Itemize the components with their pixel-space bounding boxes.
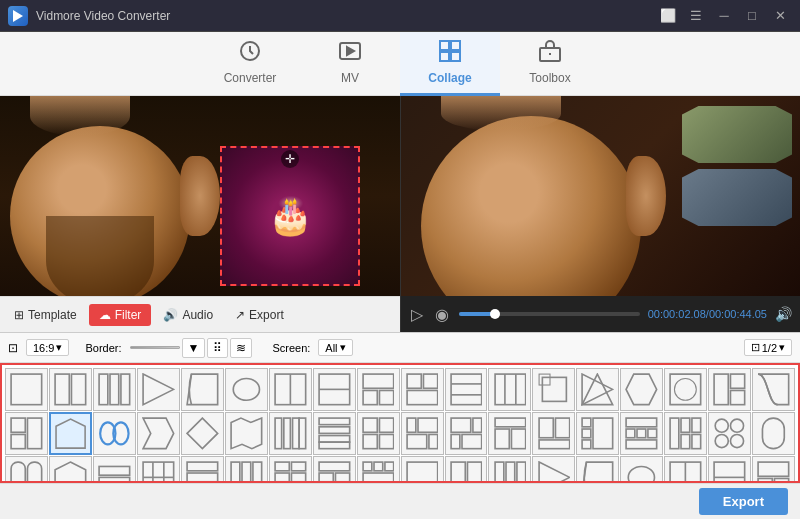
template-item[interactable] xyxy=(225,412,268,455)
template-item[interactable] xyxy=(313,368,356,411)
close-button[interactable]: ✕ xyxy=(768,6,792,26)
progress-bar[interactable] xyxy=(459,312,640,316)
template-button[interactable]: ⊞ Template xyxy=(4,304,87,326)
template-item[interactable] xyxy=(532,368,575,411)
minimize-button[interactable]: ─ xyxy=(712,6,736,26)
template-item[interactable] xyxy=(93,368,136,411)
template-item[interactable] xyxy=(49,412,92,455)
menu-button[interactable]: ☰ xyxy=(684,6,708,26)
template-item[interactable] xyxy=(488,456,531,483)
template-item[interactable] xyxy=(620,412,663,455)
svg-rect-41 xyxy=(11,418,25,432)
svg-rect-48 xyxy=(284,418,291,449)
template-item[interactable] xyxy=(357,412,400,455)
template-item[interactable] xyxy=(488,368,531,411)
template-item[interactable] xyxy=(93,456,136,483)
svg-rect-81 xyxy=(627,440,658,449)
template-item[interactable] xyxy=(576,412,619,455)
border-style-btn[interactable]: ≋ xyxy=(230,338,252,358)
template-item[interactable] xyxy=(137,412,180,455)
svg-rect-6 xyxy=(451,52,460,61)
tab-toolbox[interactable]: Toolbox xyxy=(500,32,600,96)
template-item[interactable] xyxy=(752,368,795,411)
template-item[interactable] xyxy=(620,368,663,411)
template-item[interactable] xyxy=(488,412,531,455)
template-item[interactable] xyxy=(752,456,795,483)
template-item[interactable] xyxy=(708,412,751,455)
svg-rect-59 xyxy=(407,418,416,432)
border-color-btn[interactable]: ▼ xyxy=(182,338,206,358)
template-item[interactable] xyxy=(620,456,663,483)
options-row: ⊡ 16:9 ▾ Border: ▼ ⠿ ≋ Screen: All ▾ ⊡ 1… xyxy=(0,333,800,363)
template-item[interactable] xyxy=(576,368,619,411)
chat-button[interactable]: ⬜ xyxy=(656,6,680,26)
svg-rect-75 xyxy=(583,429,592,438)
template-item[interactable] xyxy=(269,412,312,455)
template-item[interactable] xyxy=(5,456,48,483)
template-item[interactable] xyxy=(137,368,180,411)
template-item[interactable] xyxy=(49,456,92,483)
template-item[interactable] xyxy=(576,456,619,483)
template-item[interactable] xyxy=(137,456,180,483)
play-button[interactable]: ▷ xyxy=(409,303,425,326)
filter-button[interactable]: ☁ Filter xyxy=(89,304,152,326)
template-item[interactable] xyxy=(269,368,312,411)
template-item[interactable] xyxy=(401,456,444,483)
stop-button[interactable]: ◉ xyxy=(433,303,451,326)
template-item[interactable] xyxy=(445,368,488,411)
template-item[interactable] xyxy=(445,412,488,455)
border-slider[interactable] xyxy=(130,346,180,349)
svg-rect-51 xyxy=(319,418,350,425)
svg-rect-91 xyxy=(763,418,785,449)
template-item[interactable] xyxy=(532,412,575,455)
border-pattern-btn[interactable]: ⠿ xyxy=(207,338,228,358)
converter-icon xyxy=(238,39,262,67)
screen-label: Screen: xyxy=(272,342,310,354)
svg-rect-80 xyxy=(648,429,657,438)
template-item[interactable] xyxy=(225,456,268,483)
arm-detail xyxy=(30,96,130,136)
template-item[interactable] xyxy=(5,368,48,411)
template-item[interactable] xyxy=(49,368,92,411)
ratio-chevron: ▾ xyxy=(56,341,62,354)
template-item[interactable] xyxy=(357,368,400,411)
screen-button[interactable]: All ▾ xyxy=(318,339,352,356)
audio-button[interactable]: 🔊 Audio xyxy=(153,304,223,326)
template-item[interactable] xyxy=(401,412,444,455)
template-item[interactable] xyxy=(445,456,488,483)
template-item[interactable] xyxy=(181,412,224,455)
template-item[interactable] xyxy=(708,368,751,411)
svg-rect-40 xyxy=(731,391,745,405)
template-item[interactable] xyxy=(313,456,356,483)
page-button[interactable]: ⊡ 1/2 ▾ xyxy=(744,339,792,356)
tab-collage[interactable]: Collage xyxy=(400,32,500,96)
template-item[interactable] xyxy=(532,456,575,483)
svg-point-37 xyxy=(675,379,697,401)
template-item[interactable] xyxy=(664,456,707,483)
svg-rect-68 xyxy=(495,429,509,449)
tab-converter[interactable]: Converter xyxy=(200,32,300,96)
svg-rect-94 xyxy=(99,466,130,475)
template-item[interactable] xyxy=(357,456,400,483)
template-item[interactable] xyxy=(181,456,224,483)
border-controls: ▼ ⠿ ≋ xyxy=(130,338,253,358)
tab-mv[interactable]: MV xyxy=(300,32,400,96)
template-item[interactable] xyxy=(269,456,312,483)
template-item[interactable] xyxy=(752,412,795,455)
svg-rect-119 xyxy=(363,473,394,483)
template-item[interactable] xyxy=(708,456,751,483)
template-item[interactable] xyxy=(664,412,707,455)
cake-selection-box[interactable]: 🎂 ✛ xyxy=(220,146,360,286)
export-button[interactable]: Export xyxy=(699,488,788,515)
template-item[interactable] xyxy=(93,412,136,455)
svg-rect-58 xyxy=(379,435,393,449)
template-item[interactable] xyxy=(181,368,224,411)
ratio-button[interactable]: 16:9 ▾ xyxy=(26,339,69,356)
template-item[interactable] xyxy=(664,368,707,411)
template-item[interactable] xyxy=(225,368,268,411)
template-item[interactable] xyxy=(401,368,444,411)
template-item[interactable] xyxy=(313,412,356,455)
maximize-button[interactable]: □ xyxy=(740,6,764,26)
template-item[interactable] xyxy=(5,412,48,455)
export-toolbar-button[interactable]: ↗ Export xyxy=(225,304,294,326)
